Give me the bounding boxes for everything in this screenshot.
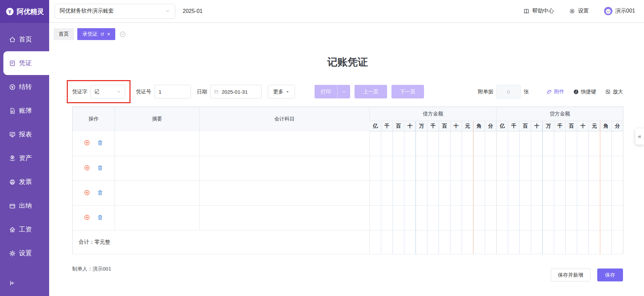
amount-cell[interactable] xyxy=(554,206,566,230)
amount-cell[interactable] xyxy=(404,131,416,156)
amount-cell[interactable] xyxy=(497,131,508,156)
sidebar-item-cashier[interactable]: 出纳 xyxy=(0,194,49,218)
amount-cell[interactable] xyxy=(531,206,543,230)
amount-cell[interactable] xyxy=(577,156,589,181)
amount-cell[interactable] xyxy=(474,206,485,230)
delete-row-icon[interactable] xyxy=(97,214,103,221)
amount-cell[interactable] xyxy=(497,156,508,181)
amount-cell[interactable] xyxy=(462,156,474,181)
amount-cell[interactable] xyxy=(520,181,531,206)
amount-cell[interactable] xyxy=(600,206,612,230)
delete-row-icon[interactable] xyxy=(97,189,103,196)
amount-cell[interactable] xyxy=(462,206,474,230)
amount-cell[interactable] xyxy=(381,181,393,206)
amount-cell[interactable] xyxy=(600,181,612,206)
amount-cell[interactable] xyxy=(474,131,485,156)
add-row-icon[interactable] xyxy=(84,165,90,171)
sidebar-item-home[interactable]: 首页 xyxy=(0,27,49,51)
refresh-icon[interactable] xyxy=(100,32,105,37)
amount-cell[interactable] xyxy=(589,181,600,206)
tab-list-dropdown-button[interactable] xyxy=(119,30,127,38)
next-page-button[interactable]: 下一页 xyxy=(391,85,424,98)
amount-cell[interactable] xyxy=(439,156,450,181)
amount-cell[interactable] xyxy=(531,156,543,181)
save-button[interactable]: 保存 xyxy=(597,269,623,281)
tab-home[interactable]: 首页 xyxy=(54,28,74,40)
save-and-new-button[interactable]: 保存并新增 xyxy=(551,269,590,281)
voucher-no-input[interactable]: 1 xyxy=(154,85,191,98)
summary-cell[interactable] xyxy=(115,181,200,206)
amount-cell[interactable] xyxy=(612,206,623,230)
amount-cell[interactable] xyxy=(485,131,497,156)
amount-cell[interactable] xyxy=(404,181,416,206)
amount-cell[interactable] xyxy=(566,156,577,181)
amount-cell[interactable] xyxy=(577,181,589,206)
amount-cell[interactable] xyxy=(508,131,520,156)
amount-cell[interactable] xyxy=(589,206,600,230)
account-cell[interactable] xyxy=(200,206,370,230)
amount-cell[interactable] xyxy=(427,181,439,206)
amount-cell[interactable] xyxy=(427,131,439,156)
amount-cell[interactable] xyxy=(462,131,474,156)
amount-cell[interactable] xyxy=(427,206,439,230)
amount-cell[interactable] xyxy=(474,156,485,181)
amount-cell[interactable] xyxy=(612,181,623,206)
collapse-panel-tab[interactable]: « xyxy=(635,128,644,145)
sidebar-item-ledger[interactable]: 账簿 xyxy=(0,99,49,123)
amount-cell[interactable] xyxy=(416,131,427,156)
shortcut-keys-button[interactable]: 快捷键 xyxy=(573,89,596,95)
attached-docs-input[interactable]: 0 xyxy=(496,85,521,98)
amount-cell[interactable] xyxy=(381,206,393,230)
more-button[interactable]: 更多 xyxy=(268,85,295,98)
add-row-icon[interactable] xyxy=(84,140,90,146)
amount-cell[interactable] xyxy=(370,206,381,230)
amount-cell[interactable] xyxy=(370,131,381,156)
amount-cell[interactable] xyxy=(612,156,623,181)
amount-cell[interactable] xyxy=(589,156,600,181)
amount-cell[interactable] xyxy=(600,156,612,181)
amount-cell[interactable] xyxy=(393,206,404,230)
date-picker[interactable]: 2025-01-31 xyxy=(210,85,262,98)
amount-cell[interactable] xyxy=(508,156,520,181)
amount-cell[interactable] xyxy=(439,206,450,230)
zoom-button[interactable]: 放大 xyxy=(605,89,623,95)
amount-cell[interactable] xyxy=(439,181,450,206)
amount-cell[interactable] xyxy=(450,206,462,230)
amount-cell[interactable] xyxy=(381,131,393,156)
sidebar-item-voucher[interactable]: 凭证 xyxy=(3,51,49,75)
print-button[interactable]: 打印 xyxy=(315,85,350,98)
tab-voucher-entry[interactable]: 录凭证 × xyxy=(77,28,115,40)
voucher-word-select[interactable]: 记 xyxy=(90,85,125,98)
amount-cell[interactable] xyxy=(393,181,404,206)
amount-cell[interactable] xyxy=(370,181,381,206)
close-icon[interactable]: × xyxy=(107,32,110,37)
user-menu[interactable]: 演示001 xyxy=(604,6,635,16)
amount-cell[interactable] xyxy=(543,156,554,181)
summary-cell[interactable] xyxy=(115,156,200,181)
amount-cell[interactable] xyxy=(404,156,416,181)
help-center-button[interactable]: 帮助中心 xyxy=(523,7,554,15)
amount-cell[interactable] xyxy=(381,156,393,181)
amount-cell[interactable] xyxy=(543,131,554,156)
amount-cell[interactable] xyxy=(497,206,508,230)
amount-cell[interactable] xyxy=(485,181,497,206)
amount-cell[interactable] xyxy=(416,181,427,206)
amount-cell[interactable] xyxy=(393,131,404,156)
amount-cell[interactable] xyxy=(485,206,497,230)
amount-cell[interactable] xyxy=(462,181,474,206)
amount-cell[interactable] xyxy=(520,156,531,181)
amount-cell[interactable] xyxy=(612,131,623,156)
amount-cell[interactable] xyxy=(554,131,566,156)
sidebar-item-report[interactable]: 报表 xyxy=(0,123,49,146)
amount-cell[interactable] xyxy=(520,131,531,156)
amount-cell[interactable] xyxy=(531,131,543,156)
amount-cell[interactable] xyxy=(554,156,566,181)
add-row-icon[interactable] xyxy=(84,189,90,196)
amount-cell[interactable] xyxy=(370,156,381,181)
sidebar-item-settings[interactable]: 设置 xyxy=(0,241,49,265)
account-set-select[interactable]: 阿优财务软件演示账套 xyxy=(55,4,175,19)
amount-cell[interactable] xyxy=(543,206,554,230)
summary-cell[interactable] xyxy=(115,206,200,230)
amount-cell[interactable] xyxy=(439,131,450,156)
amount-cell[interactable] xyxy=(404,206,416,230)
